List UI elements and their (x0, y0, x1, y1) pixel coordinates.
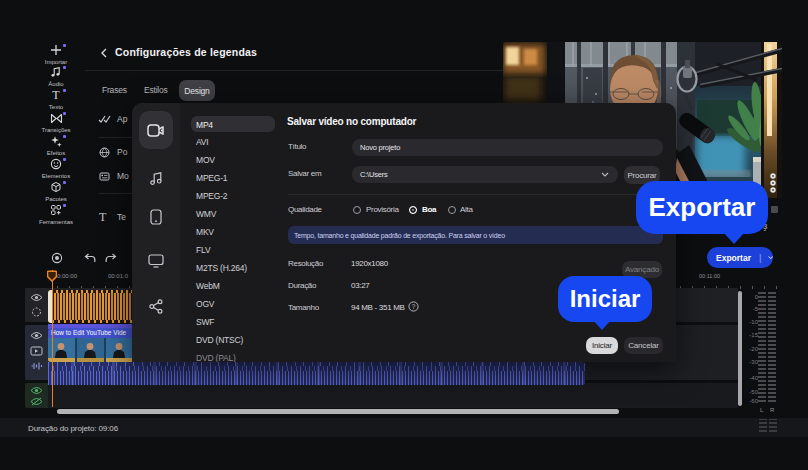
svg-text:?: ? (412, 303, 416, 310)
